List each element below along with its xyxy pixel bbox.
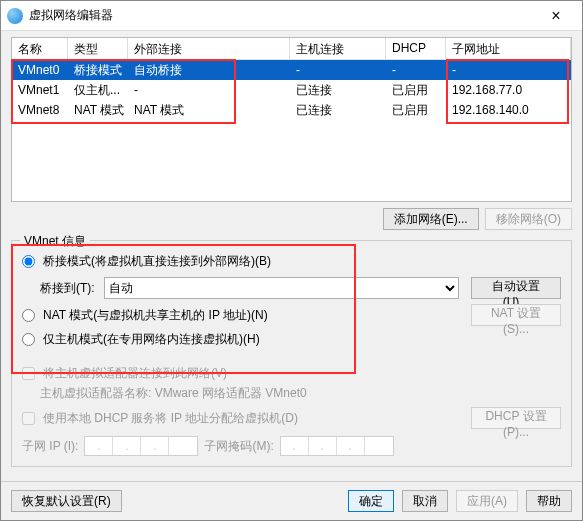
subnet-ip-input: ... — [84, 436, 198, 456]
network-table: 名称 类型 外部连接 主机连接 DHCP 子网地址 VMnet0 桥接模式 自动… — [11, 37, 572, 202]
group-legend: VMnet 信息 — [20, 233, 90, 250]
col-type[interactable]: 类型 — [68, 38, 128, 59]
subnet-mask-input: ... — [280, 436, 394, 456]
vmnet-info-group: VMnet 信息 桥接模式(将虚拟机直接连接到外部网络)(B) 桥接到(T): … — [11, 240, 572, 467]
dhcp-set-button: DHCP 设置(P)... — [471, 407, 561, 429]
bridge-to-label: 桥接到(T): — [40, 280, 98, 297]
close-icon[interactable]: × — [536, 7, 576, 25]
radio-nat[interactable] — [22, 309, 35, 322]
radio-bridge-label: 桥接模式(将虚拟机直接连接到外部网络)(B) — [43, 253, 271, 270]
table-header: 名称 类型 外部连接 主机连接 DHCP 子网地址 — [12, 38, 571, 60]
remove-network-button: 移除网络(O) — [485, 208, 572, 230]
window-title: 虚拟网络编辑器 — [29, 7, 536, 24]
chk-host-adapter — [22, 367, 35, 380]
chk-dhcp-label: 使用本地 DHCP 服务将 IP 地址分配给虚拟机(D) — [43, 410, 298, 427]
bridge-to-select[interactable]: 自动 — [104, 277, 459, 299]
add-network-button[interactable]: 添加网络(E)... — [383, 208, 479, 230]
ok-button[interactable]: 确定 — [348, 490, 394, 512]
col-dhcp[interactable]: DHCP — [386, 38, 446, 59]
col-subnet[interactable]: 子网地址 — [446, 38, 571, 59]
chk-dhcp — [22, 412, 35, 425]
subnet-ip-label: 子网 IP (I): — [22, 438, 78, 455]
col-host[interactable]: 主机连接 — [290, 38, 386, 59]
col-ext[interactable]: 外部连接 — [128, 38, 290, 59]
radio-bridge[interactable] — [22, 255, 35, 268]
radio-hostonly-label: 仅主机模式(在专用网络内连接虚拟机)(H) — [43, 331, 260, 348]
chk-host-adapter-label: 将主机虚拟适配器连接到此网络(V) — [43, 365, 227, 382]
table-row[interactable]: VMnet0 桥接模式 自动桥接 - - - — [12, 60, 571, 80]
restore-defaults-button[interactable]: 恢复默认设置(R) — [11, 490, 122, 512]
subnet-mask-label: 子网掩码(M): — [204, 438, 273, 455]
apply-button: 应用(A) — [456, 490, 518, 512]
cancel-button[interactable]: 取消 — [402, 490, 448, 512]
radio-nat-label: NAT 模式(与虚拟机共享主机的 IP 地址)(N) — [43, 307, 268, 324]
radio-hostonly[interactable] — [22, 333, 35, 346]
help-button[interactable]: 帮助 — [526, 490, 572, 512]
auto-set-button[interactable]: 自动设置(U)... — [471, 277, 561, 299]
table-row[interactable]: VMnet1 仅主机... - 已连接 已启用 192.168.77.0 — [12, 80, 571, 100]
col-name[interactable]: 名称 — [12, 38, 68, 59]
app-icon — [7, 8, 23, 24]
nat-set-button: NAT 设置(S)... — [471, 304, 561, 326]
table-row[interactable]: VMnet8 NAT 模式 NAT 模式 已连接 已启用 192.168.140… — [12, 100, 571, 120]
host-adapter-name: 主机虚拟适配器名称: VMware 网络适配器 VMnet0 — [40, 385, 561, 402]
